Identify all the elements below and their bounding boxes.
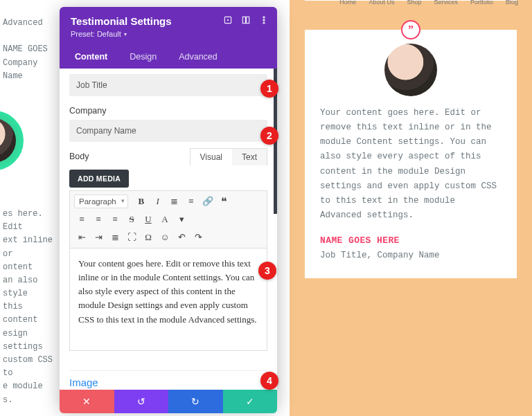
caret-icon[interactable]: ▾ xyxy=(174,212,189,227)
strike-icon[interactable]: S xyxy=(124,212,139,227)
align-right-icon[interactable]: ≡ xyxy=(107,212,123,227)
indent-icon[interactable]: ⇥ xyxy=(91,230,106,245)
svg-point-5 xyxy=(263,19,265,21)
panel-header[interactable]: Testimonial Settings Preset: Default▾ xyxy=(60,7,277,45)
company-label: Company xyxy=(69,106,267,116)
redo-button[interactable]: ↻ xyxy=(168,390,223,413)
nav-shop[interactable]: Shop xyxy=(407,0,421,6)
cancel-button[interactable]: ✕ xyxy=(60,390,114,413)
image-section-title[interactable]: Image xyxy=(69,370,267,388)
link-icon[interactable]: 🔗 xyxy=(200,194,215,209)
nav-portfolio[interactable]: Portfolio xyxy=(470,0,493,6)
preset-dropdown[interactable]: Preset: Default▾ xyxy=(71,30,127,38)
badge-3: 3 xyxy=(258,262,276,280)
paragraph-select[interactable]: Paragraph xyxy=(74,195,128,208)
columns-icon[interactable] xyxy=(241,15,251,25)
undo-icon[interactable]: ↶ xyxy=(174,230,189,245)
badge-2: 2 xyxy=(260,127,278,145)
panel-tabs: Content Design Advanced xyxy=(60,45,277,69)
testimonial-body: Your content goes here. Edit or remove t… xyxy=(320,106,502,224)
outdent-icon[interactable]: ⇤ xyxy=(74,230,89,245)
badge-4: 4 xyxy=(260,372,278,390)
editor-tab-text[interactable]: Text xyxy=(232,149,267,165)
fullscreen-icon[interactable]: ⛶ xyxy=(124,230,139,245)
add-media-button[interactable]: ADD MEDIA xyxy=(69,170,129,188)
job-title-input[interactable] xyxy=(69,74,267,96)
redo-icon[interactable]: ↷ xyxy=(190,230,206,245)
avatar xyxy=(384,44,437,96)
align-left-icon[interactable]: ≡ xyxy=(74,212,89,227)
svg-point-1 xyxy=(227,19,229,21)
testimonial-card: ” Your content goes here. Edit or remove… xyxy=(305,30,517,278)
quote-icon: ” xyxy=(401,20,420,39)
tab-design[interactable]: Design xyxy=(118,45,168,69)
nav-services[interactable]: Services xyxy=(434,0,458,6)
italic-icon[interactable]: I xyxy=(150,194,166,209)
nav-about[interactable]: About Us xyxy=(369,0,394,6)
body-editor[interactable]: Your content goes here. Edit or remove t… xyxy=(69,248,267,351)
testimonial-sub: Job Title, Company Name xyxy=(320,248,502,263)
editor-tab-visual[interactable]: Visual xyxy=(190,149,232,165)
svg-point-4 xyxy=(263,17,265,18)
align-center-icon[interactable]: ≡ xyxy=(91,212,106,227)
tab-advanced[interactable]: Advanced xyxy=(168,45,229,69)
underline-icon[interactable]: U xyxy=(141,212,156,227)
settings-panel: Testimonial Settings Preset: Default▾ Co… xyxy=(60,7,277,408)
tab-content[interactable]: Content xyxy=(64,45,118,69)
svg-rect-3 xyxy=(247,17,249,23)
undo-button[interactable]: ↺ xyxy=(114,390,169,413)
svg-point-6 xyxy=(263,22,265,24)
omega-icon[interactable]: Ω xyxy=(141,230,156,245)
bold-icon[interactable]: B xyxy=(134,194,149,209)
save-button[interactable]: ✓ xyxy=(223,390,278,413)
emoji-icon[interactable]: ☺ xyxy=(157,230,172,245)
left-fragment-mid: es here. Edit ext inline or ontent an al… xyxy=(0,208,60,416)
testimonial-name: NAME GOES HERE xyxy=(320,233,502,248)
avatar xyxy=(0,111,24,170)
textcolor-icon[interactable]: A xyxy=(157,212,172,227)
editor-toolbar: Paragraph B I ≣ ≡ 🔗 ❝ ≡ ≡ ≡ S U A ▾ ⇤ ⇥ … xyxy=(69,190,267,248)
more-icon[interactable] xyxy=(259,15,269,25)
justify-icon[interactable]: ≣ xyxy=(107,230,123,245)
quote-icon[interactable]: ❝ xyxy=(217,194,232,209)
company-input[interactable] xyxy=(69,120,267,142)
top-nav: Home About Us Shop Services Portfolio Bl… xyxy=(339,0,518,6)
focus-icon[interactable] xyxy=(223,15,233,25)
nav-blog[interactable]: Blog xyxy=(506,0,518,6)
left-fragment-top: Advanced NAME GOES Company Name xyxy=(0,17,60,83)
ul-icon[interactable]: ≣ xyxy=(167,194,182,209)
badge-1: 1 xyxy=(260,80,278,98)
svg-rect-2 xyxy=(242,17,245,23)
nav-home[interactable]: Home xyxy=(339,0,356,6)
ol-icon[interactable]: ≡ xyxy=(184,194,199,209)
panel-footer: ✕ ↺ ↻ ✓ xyxy=(60,390,277,413)
